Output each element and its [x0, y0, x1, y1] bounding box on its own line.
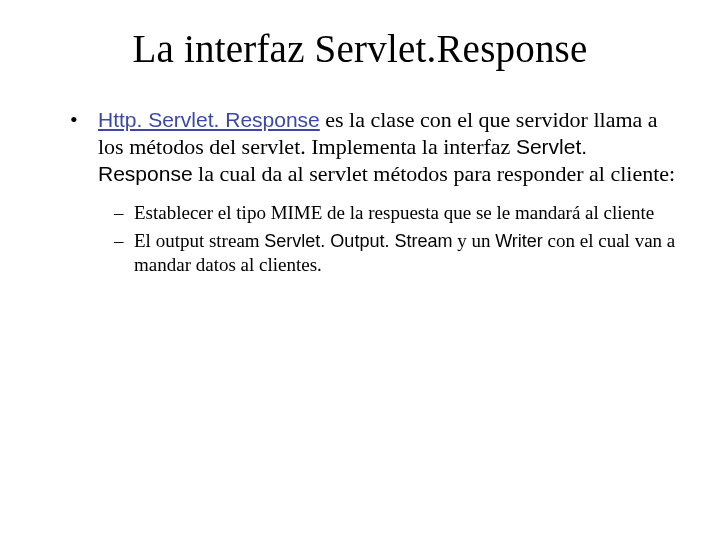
bullet-1-text-b: la cual da al servlet métodos para respo…	[193, 161, 676, 186]
sub-bullet-list: Establecer el tipo MIME de la respuesta …	[114, 201, 680, 276]
http-servlet-response-link[interactable]: Http. Servlet. Response	[98, 108, 320, 131]
sub-bullet-2: El output stream Servlet. Output. Stream…	[114, 229, 680, 277]
servlet-output-stream-api: Servlet. Output. Stream	[264, 231, 452, 251]
sub-bullet-1-text: Establecer el tipo MIME de la respuesta …	[134, 202, 654, 223]
sub-bullet-2-prefix: El output stream	[134, 230, 264, 251]
bullet-item-1: Http. Servlet. Response es la clase con …	[70, 107, 680, 277]
sub-bullet-1: Establecer el tipo MIME de la respuesta …	[114, 201, 680, 225]
bullet-list: Http. Servlet. Response es la clase con …	[70, 107, 680, 277]
sub-bullet-2-middle: y un	[452, 230, 495, 251]
slide: La interfaz Servlet.Response Http. Servl…	[0, 0, 720, 540]
writer-api: Writer	[495, 231, 543, 251]
page-title: La interfaz Servlet.Response	[40, 26, 680, 71]
